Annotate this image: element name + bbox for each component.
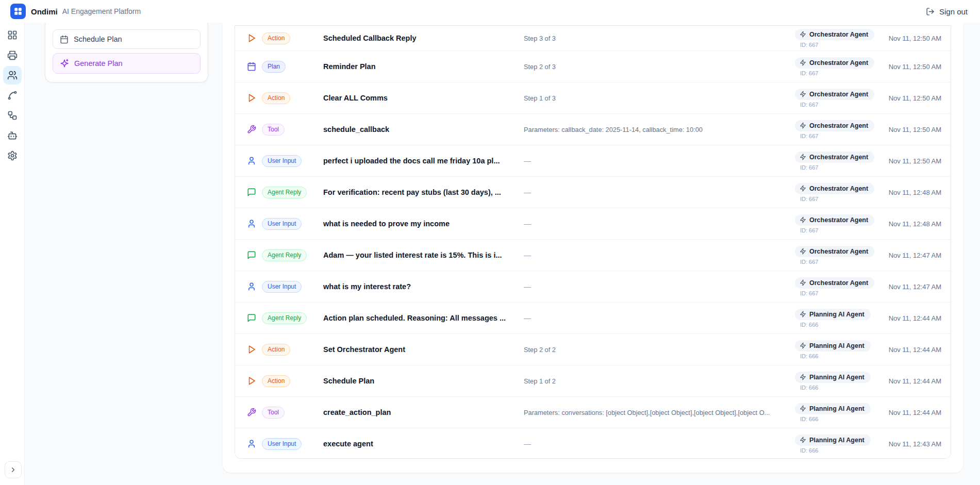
event-title: execute agent bbox=[323, 440, 524, 448]
event-type-badge: Agent Reply bbox=[262, 312, 307, 324]
event-timestamp: Nov 11, 12:44 AM bbox=[889, 314, 941, 322]
sidebar-item-users[interactable] bbox=[3, 66, 22, 85]
table-row[interactable]: User Inputperfect i uploaded the docs ca… bbox=[235, 145, 951, 176]
event-title: schedule_callback bbox=[323, 125, 524, 133]
zap-icon bbox=[800, 405, 806, 412]
event-timestamp: Nov 11, 12:50 AM bbox=[889, 94, 941, 102]
table-row[interactable]: Agent ReplyFor verification: recent pay … bbox=[235, 176, 951, 208]
event-detail: Parameters: callback_date: 2025-11-14, c… bbox=[524, 126, 795, 133]
user-icon bbox=[247, 156, 256, 165]
zap-icon bbox=[800, 248, 806, 255]
sidebar-item-workflows[interactable] bbox=[3, 106, 22, 125]
agent-name: Planning AI Agent bbox=[809, 374, 865, 381]
agent-badge: Planning AI Agent bbox=[795, 309, 871, 320]
spline-icon bbox=[7, 90, 18, 101]
play-icon bbox=[247, 345, 256, 354]
table-row[interactable]: ActionScheduled Callback ReplyStep 3 of … bbox=[235, 26, 951, 51]
event-detail: Step 1 of 3 bbox=[524, 94, 795, 102]
event-detail: — bbox=[524, 282, 795, 291]
event-title: create_action_plan bbox=[323, 408, 524, 416]
agent-name: Planning AI Agent bbox=[809, 342, 865, 349]
brand-subtitle: AI Engagement Platform bbox=[62, 7, 141, 15]
agent-id: ID: 667 bbox=[800, 164, 818, 171]
agent-badge: Orchestrator Agent bbox=[795, 89, 874, 100]
agent-badge: Planning AI Agent bbox=[795, 403, 871, 414]
icon-rail bbox=[0, 23, 25, 485]
sidebar-item-dashboard[interactable] bbox=[3, 26, 22, 44]
schedule-plan-button[interactable]: Schedule Plan bbox=[53, 29, 201, 49]
agent-name: Orchestrator Agent bbox=[809, 248, 868, 255]
agent-id: ID: 666 bbox=[800, 353, 818, 359]
event-title: Action plan scheduled. Reasoning: All me… bbox=[323, 314, 524, 322]
table-row[interactable]: ActionSchedule PlanStep 1 of 2Planning A… bbox=[235, 365, 951, 396]
sidebar-item-fax[interactable] bbox=[3, 46, 22, 64]
event-type-badge: User Input bbox=[262, 281, 302, 293]
table-row[interactable]: PlanReminder PlanStep 2 of 3Orchestrator… bbox=[235, 51, 951, 82]
agent-badge: Orchestrator Agent bbox=[795, 57, 874, 69]
zap-icon bbox=[800, 374, 806, 380]
event-title: Clear ALL Comms bbox=[323, 94, 524, 102]
sidebar-item-settings[interactable] bbox=[3, 146, 22, 165]
agent-name: Orchestrator Agent bbox=[809, 31, 868, 38]
grid-icon bbox=[7, 30, 18, 40]
table-row[interactable]: Toolcreate_action_planParameters: conver… bbox=[235, 396, 951, 428]
event-title: what is needed to prove my income bbox=[323, 220, 524, 228]
agent-badge: Orchestrator Agent bbox=[795, 277, 874, 289]
event-title: For verification: recent pay stubs (last… bbox=[323, 188, 524, 196]
table-row[interactable]: ActionSet Orchestrator AgentStep 2 of 2P… bbox=[235, 333, 951, 365]
zap-icon bbox=[800, 122, 806, 129]
event-detail: Step 2 of 3 bbox=[524, 63, 795, 71]
message-square-icon bbox=[247, 313, 256, 323]
table-row[interactable]: User Inputwhat is needed to prove my inc… bbox=[235, 208, 951, 239]
event-timestamp: Nov 11, 12:50 AM bbox=[889, 35, 941, 42]
table-row[interactable]: User Inputwhat is my interest rate?—Orch… bbox=[235, 271, 951, 302]
app-logo-icon bbox=[10, 4, 26, 19]
sparkles-icon bbox=[60, 59, 69, 68]
event-type-badge: User Input bbox=[262, 155, 302, 167]
agent-badge: Orchestrator Agent bbox=[795, 214, 874, 226]
agent-badge: Planning AI Agent bbox=[795, 372, 871, 383]
event-title: perfect i uploaded the docs call me frid… bbox=[323, 157, 524, 165]
zap-icon bbox=[800, 185, 806, 192]
user-icon bbox=[247, 282, 256, 291]
table-row[interactable]: Toolschedule_callbackParameters: callbac… bbox=[235, 113, 951, 145]
table-row[interactable]: Agent ReplyAdam — your listed interest r… bbox=[235, 239, 951, 271]
event-type-badge: Agent Reply bbox=[262, 249, 307, 261]
agent-name: Orchestrator Agent bbox=[809, 154, 868, 161]
table-row[interactable]: Agent ReplyAction plan scheduled. Reason… bbox=[235, 302, 951, 333]
agent-badge: Orchestrator Agent bbox=[795, 183, 874, 194]
agent-name: Planning AI Agent bbox=[809, 311, 865, 318]
play-icon bbox=[247, 34, 256, 43]
message-square-icon bbox=[247, 250, 256, 260]
agent-id: ID: 667 bbox=[800, 133, 818, 139]
agent-id: ID: 667 bbox=[800, 290, 818, 296]
event-detail: — bbox=[524, 251, 795, 259]
generate-plan-button[interactable]: Generate Plan bbox=[53, 53, 201, 74]
event-type-badge: Tool bbox=[262, 124, 285, 136]
event-detail: — bbox=[524, 440, 795, 448]
event-type-badge: Plan bbox=[262, 61, 286, 73]
agent-name: Orchestrator Agent bbox=[809, 59, 868, 66]
plan-panel: Schedule Plan Generate Plan bbox=[45, 19, 208, 82]
table-row[interactable]: User Inputexecute agent—Planning AI Agen… bbox=[235, 428, 951, 459]
event-detail: — bbox=[524, 157, 795, 165]
sidebar-item-call-flows[interactable] bbox=[3, 86, 22, 105]
sidebar-item-agents[interactable] bbox=[3, 126, 22, 145]
sign-out-button[interactable]: Sign out bbox=[926, 7, 968, 16]
event-timestamp: Nov 11, 12:44 AM bbox=[889, 377, 941, 385]
event-timestamp: Nov 11, 12:44 AM bbox=[889, 409, 941, 416]
message-square-icon bbox=[247, 188, 256, 197]
wrench-icon bbox=[247, 408, 256, 417]
agent-id: ID: 667 bbox=[800, 227, 818, 233]
calendar-icon bbox=[247, 62, 256, 71]
event-detail: — bbox=[524, 314, 795, 322]
event-timestamp: Nov 11, 12:50 AM bbox=[889, 157, 941, 165]
table-row[interactable]: ActionClear ALL CommsStep 1 of 3Orchestr… bbox=[235, 82, 951, 113]
event-detail: Parameters: conversations: [object Objec… bbox=[524, 409, 795, 416]
sidebar-expand-button[interactable] bbox=[5, 461, 22, 478]
gear-icon bbox=[7, 150, 18, 161]
zap-icon bbox=[800, 91, 806, 97]
user-icon bbox=[247, 219, 256, 228]
bot-icon bbox=[7, 130, 18, 141]
event-type-badge: User Input bbox=[262, 218, 302, 230]
